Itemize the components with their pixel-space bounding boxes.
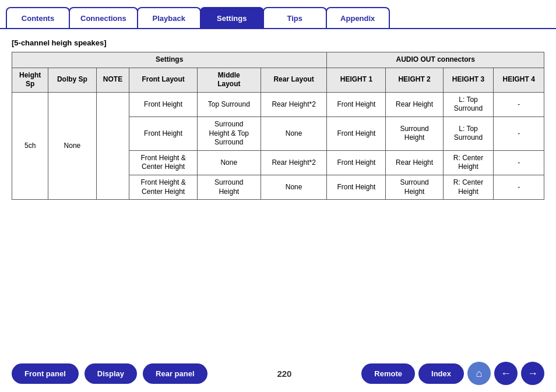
tab-tips[interactable]: Tips [263,7,327,28]
back-button[interactable]: ← [494,362,518,385]
rear-panel-button[interactable]: Rear panel [143,363,207,384]
audio-out-group-header: AUDIO OUT connectors [327,52,544,68]
col-rear-layout: Rear Layout [261,68,327,92]
cell-note [96,92,129,199]
tab-nav: Contents Connections Playback Settings T… [0,0,556,29]
cell-middle-layout: SurroundHeight [197,175,261,199]
cell-height1: Front Height [327,150,386,175]
cell-rear-layout: Rear Height*2 [261,92,327,116]
col-middle-layout: MiddleLayout [197,68,261,92]
cell-height1: Front Height [327,175,386,199]
home-button[interactable]: ⌂ [467,362,491,385]
col-height3: HEIGHT 3 [443,68,494,92]
cell-rear-layout: None [261,175,327,199]
footer-left-buttons: Front panel Display Rear panel [12,363,207,384]
table-row: 5chNoneFront HeightTop SurroundRear Heig… [12,92,544,116]
data-table: Settings AUDIO OUT connectors HeightSp D… [12,52,544,200]
col-height1: HEIGHT 1 [327,68,386,92]
col-height4: HEIGHT 4 [494,68,544,92]
section-title: [5-channel heigh speakes] [12,38,544,47]
footer-right: Remote Index ⌂ ← → [361,362,544,385]
cell-height4: - [494,116,544,150]
cell-front-layout: Front Height [129,92,197,116]
tab-appendix[interactable]: Appendix [326,7,390,28]
remote-button[interactable]: Remote [361,363,415,384]
footer: Front panel Display Rear panel 220 Remot… [0,362,556,385]
col-note: NOTE [96,68,129,92]
cell-height1: Front Height [327,116,386,150]
cell-height-sp: 5ch [12,92,48,199]
col-height2: HEIGHT 2 [386,68,443,92]
cell-rear-layout: Rear Height*2 [261,150,327,175]
cell-height4: - [494,92,544,116]
cell-dolby-sp: None [48,92,96,199]
cell-front-layout: Front Height &Center Height [129,175,197,199]
cell-height3: L: TopSurround [443,92,494,116]
col-dolby-sp: Dolby Sp [48,68,96,92]
display-button[interactable]: Display [85,363,137,384]
col-front-layout: Front Layout [129,68,197,92]
cell-front-layout: Front Height [129,116,197,150]
cell-front-layout: Front Height &Center Height [129,150,197,175]
page-number: 220 [277,369,291,379]
cell-height2: Rear Height [386,92,443,116]
cell-height3: R: CenterHeight [443,175,494,199]
cell-height3: L: TopSurround [443,116,494,150]
col-height-sp: HeightSp [12,68,48,92]
cell-height2: SurroundHeight [386,116,443,150]
cell-rear-layout: None [261,116,327,150]
cell-height4: - [494,175,544,199]
cell-middle-layout: SurroundHeight & TopSurround [197,116,261,150]
index-button[interactable]: Index [418,363,464,384]
tab-playback[interactable]: Playback [137,7,201,28]
front-panel-button[interactable]: Front panel [12,363,79,384]
cell-middle-layout: Top Surround [197,92,261,116]
settings-group-header: Settings [12,52,327,68]
main-content: [5-channel heigh speakes] Settings AUDIO… [0,29,556,206]
cell-height3: R: CenterHeight [443,150,494,175]
cell-height2: Rear Height [386,150,443,175]
cell-height2: SurroundHeight [386,175,443,199]
tab-settings[interactable]: Settings [200,7,264,28]
cell-middle-layout: None [197,150,261,175]
tab-contents[interactable]: Contents [6,7,70,28]
tab-connections[interactable]: Connections [69,7,138,28]
forward-button[interactable]: → [521,362,544,385]
cell-height1: Front Height [327,92,386,116]
cell-height4: - [494,150,544,175]
